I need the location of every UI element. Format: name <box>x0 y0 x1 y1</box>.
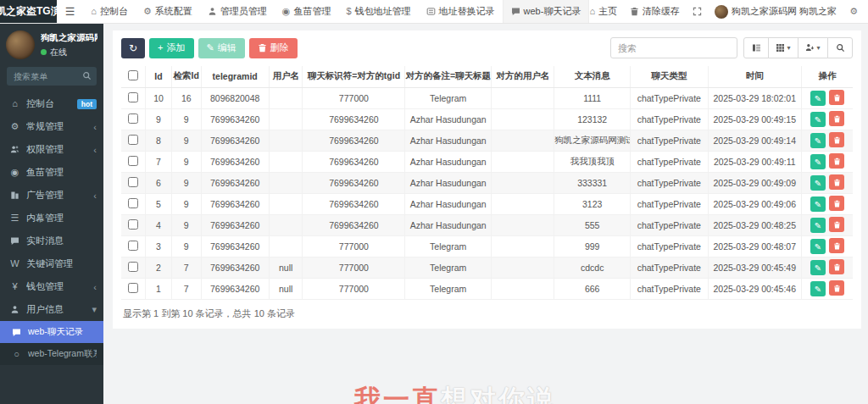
table-row[interactable]: 8976996342607699634260Azhar Hasudungan狗凯… <box>121 130 853 151</box>
table-row[interactable]: 397699634260777000Telegram999chatTypePri… <box>121 235 853 257</box>
sidebar-item-user-info[interactable]: 用户信息▾ <box>0 298 103 321</box>
edit-button[interactable]: ✎编辑 <box>198 38 245 58</box>
row-checkbox[interactable] <box>128 241 138 251</box>
table-row[interactable]: 6976996342607699634260Azhar Hasudungan33… <box>121 172 853 193</box>
online-status: 在线 <box>41 47 97 58</box>
sidebar-item-keyword-manage[interactable]: W关键词管理 <box>0 252 103 275</box>
row-edit-button[interactable]: ✎ <box>810 281 826 296</box>
row-checkbox[interactable] <box>128 177 138 187</box>
sidebar-item-web-telegram-contacts[interactable]: ○web-Telegram联系人 <box>0 343 103 365</box>
table-cell: 777000 <box>303 257 405 278</box>
row-delete-button[interactable] <box>829 259 844 274</box>
home-link-label: 主页 <box>598 5 617 18</box>
table-cell: 2025-03-29 00:45:46 <box>708 278 801 299</box>
top-nav-console[interactable]: ⌂控制台 <box>83 0 136 23</box>
row-edit-button[interactable]: ✎ <box>810 175 826 191</box>
table-cell: Telegram <box>405 87 492 108</box>
sidebar-item-console[interactable]: ⌂控制台hot <box>0 92 103 115</box>
table-cell: 7699634260 <box>201 257 269 278</box>
table-cell <box>269 193 303 214</box>
sidebar-item-insider-manage[interactable]: ☰内幕管理 <box>0 207 103 230</box>
table-row[interactable]: 5976996342607699634260Azhar Hasudungan31… <box>121 193 853 214</box>
row-edit-button[interactable]: ✎ <box>810 112 826 127</box>
table-cell: 4 <box>145 214 171 235</box>
table-cell: 16 <box>172 87 202 108</box>
top-nav-system-config[interactable]: ⚙系统配置 <box>136 0 200 23</box>
toggle-view-button[interactable] <box>743 37 769 58</box>
avatar[interactable] <box>6 30 35 59</box>
sidebar-item-wallet-manage[interactable]: ¥钱包管理‹ <box>0 275 103 298</box>
row-delete-button[interactable] <box>829 174 844 190</box>
row-delete-button[interactable] <box>829 90 844 105</box>
columns-button[interactable]: ▾ <box>768 37 798 58</box>
row-checkbox[interactable] <box>128 92 138 102</box>
row-edit-button[interactable]: ✎ <box>810 154 826 169</box>
row-checkbox[interactable] <box>128 283 138 293</box>
row-checkbox[interactable] <box>128 198 138 208</box>
row-edit-button[interactable]: ✎ <box>810 196 826 212</box>
row-delete-button[interactable] <box>829 132 844 147</box>
table-cell: 8 <box>145 130 171 151</box>
home-link[interactable]: ⌂ 主页 <box>589 5 617 18</box>
row-checkbox[interactable] <box>128 262 138 272</box>
top-nav-admin-manage[interactable]: 管理员管理 <box>200 0 275 23</box>
refresh-button[interactable]: ↻ <box>121 38 145 58</box>
top-nav-fish-manage[interactable]: ◉鱼苗管理 <box>275 0 339 23</box>
export-button[interactable]: ▾ <box>798 37 828 58</box>
sidebar-item-fish-manage[interactable]: ◉鱼苗管理 <box>0 161 103 184</box>
add-button[interactable]: +添加 <box>149 38 193 58</box>
row-checkbox[interactable] <box>128 219 138 230</box>
row-edit-button[interactable]: ✎ <box>810 260 826 275</box>
row-edit-button[interactable]: ✎ <box>810 91 826 106</box>
table-cell: 777000 <box>303 278 405 299</box>
row-delete-button[interactable] <box>829 153 844 169</box>
table-toolbar: ↻ +添加 ✎编辑 删除 ▾ ▾ <box>121 37 853 58</box>
table-row[interactable]: 7976996342607699634260Azhar Hasudungan我我… <box>121 151 853 172</box>
column-header: telegramid <box>201 66 269 87</box>
sidebar-item-general-manage[interactable]: ⚙常规管理‹ <box>0 115 103 138</box>
table-cell: chatTypePrivate <box>631 278 708 299</box>
row-delete-button[interactable] <box>829 217 844 232</box>
table-cell <box>269 151 303 172</box>
sidebar-item-label: 关键词管理 <box>26 257 97 270</box>
search-button[interactable] <box>827 37 853 58</box>
row-edit-button[interactable]: ✎ <box>810 218 826 233</box>
table-row[interactable]: 9976996342607699634260Azhar Hasudungan12… <box>121 108 853 130</box>
settings-button[interactable]: ⚙ <box>849 7 858 16</box>
top-nav-address-replace-log[interactable]: 地址替换记录 <box>419 0 503 23</box>
chevron-left-icon: ‹ <box>93 191 97 201</box>
sidebar-item-ad-manage[interactable]: 广告管理‹ <box>0 184 103 207</box>
sidebar-item-permission-manage[interactable]: 权限管理‹ <box>0 138 103 161</box>
row-delete-button[interactable] <box>829 111 844 126</box>
row-checkbox[interactable] <box>128 113 138 124</box>
table-cell: 狗凯之家源码网测试 <box>554 130 631 151</box>
delete-button[interactable]: 删除 <box>249 38 298 58</box>
table-row[interactable]: 4976996342607699634260Azhar Hasudungan55… <box>121 214 853 235</box>
fullscreen-button[interactable] <box>693 7 702 16</box>
app-logo[interactable]: 狗凯之家盗TG演示 <box>0 0 57 23</box>
column-header: 文本消息 <box>554 66 631 87</box>
top-nav-web-chat-log[interactable]: web-聊天记录 <box>503 0 590 23</box>
table-row[interactable]: 177699634260null777000Telegram666chatTyp… <box>121 278 853 299</box>
row-checkbox[interactable] <box>128 156 138 166</box>
row-edit-button[interactable]: ✎ <box>810 239 826 254</box>
column-header: 时间 <box>708 66 801 87</box>
row-edit-button[interactable]: ✎ <box>810 133 826 148</box>
row-checkbox[interactable] <box>128 135 138 145</box>
top-nav-wallet-address-manage[interactable]: $钱包地址管理 <box>338 0 418 23</box>
row-delete-button[interactable] <box>829 280 844 296</box>
row-delete-button[interactable] <box>829 196 844 211</box>
table-cell: 7699634260 <box>201 108 269 130</box>
sidebar-item-realtime-message[interactable]: 实时消息 <box>0 230 103 252</box>
sidebar-item-web-chat-log[interactable]: web-聊天记录 <box>0 321 103 343</box>
table-row[interactable]: 277699634260null777000TelegramcdcdcchatT… <box>121 257 853 278</box>
table-search-input[interactable] <box>610 37 737 58</box>
target-icon: ◉ <box>282 7 291 16</box>
user-menu[interactable]: 狗凯之家源码网 狗凯之家 <box>715 5 837 19</box>
table-cell: Azhar Hasudungan <box>405 214 492 235</box>
sidebar-toggle-button[interactable]: ☰ <box>57 0 84 23</box>
select-all-checkbox[interactable] <box>128 70 138 80</box>
table-row[interactable]: 10168096820048777000Telegram1111chatType… <box>121 87 853 108</box>
clear-cache-button[interactable]: 清除缓存 <box>630 5 680 18</box>
row-delete-button[interactable] <box>829 238 844 253</box>
